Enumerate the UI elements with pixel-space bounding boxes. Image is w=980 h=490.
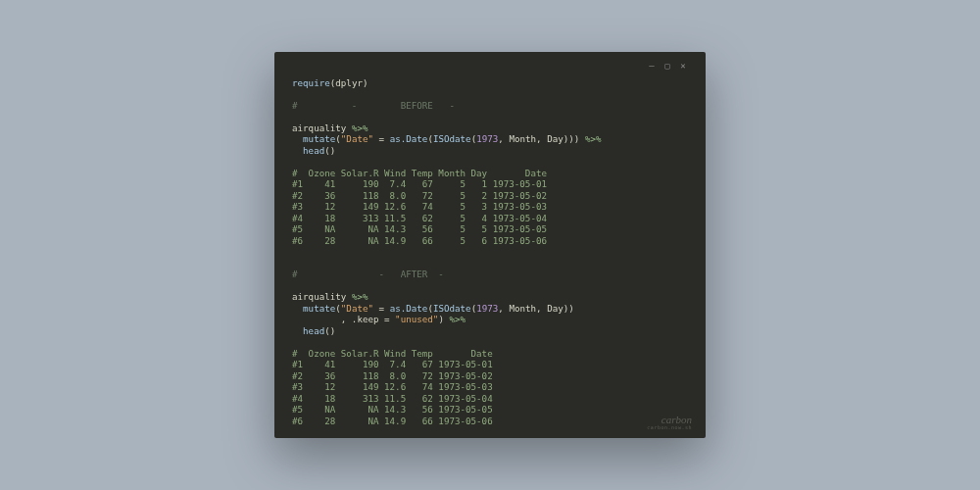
comment-before: # - BEFORE - bbox=[292, 100, 455, 111]
ident-airquality: airquality bbox=[292, 122, 346, 133]
watermark-sub: carbon.now.sh bbox=[647, 425, 692, 430]
num-year: 1973 bbox=[476, 303, 498, 314]
output-row: #4 18 313 11.5 62 1973-05-04 bbox=[292, 393, 493, 404]
code-window: — ▢ ✕ require(dplyr) # - BEFORE - airqua… bbox=[274, 52, 706, 439]
fn-head: head bbox=[303, 325, 324, 336]
num-year: 1973 bbox=[476, 133, 498, 144]
string-date: "Date" bbox=[341, 133, 373, 144]
output-header-before: # Ozone Solar.R Wind Temp Month Day Date bbox=[292, 168, 547, 178]
package-name: dplyr bbox=[335, 77, 363, 88]
keyword-require: require bbox=[292, 77, 330, 88]
pipe-op: %>% bbox=[352, 122, 368, 133]
output-row: #5 NA NA 14.3 56 1973-05-05 bbox=[292, 404, 493, 415]
fn-mutate: mutate bbox=[303, 133, 335, 144]
output-row: #1 41 190 7.4 67 1973-05-01 bbox=[292, 359, 493, 369]
fn-mutate: mutate bbox=[303, 303, 335, 314]
output-row: #4 18 313 11.5 62 5 4 1973-05-04 bbox=[292, 213, 547, 223]
code-block: require(dplyr) # - BEFORE - airquality %… bbox=[292, 77, 688, 427]
output-row: #1 41 190 7.4 67 5 1 1973-05-01 bbox=[292, 178, 547, 189]
string-unused: "unused" bbox=[395, 314, 438, 324]
output-row: #5 NA NA 14.3 56 5 5 1973-05-05 bbox=[292, 223, 547, 234]
pipe-op: %>% bbox=[449, 314, 466, 324]
output-row: #2 36 118 8.0 72 5 2 1973-05-02 bbox=[292, 190, 547, 201]
output-row: #2 36 118 8.0 72 1973-05-02 bbox=[292, 370, 493, 381]
minimize-button[interactable]: — bbox=[647, 62, 657, 72]
fn-head: head bbox=[303, 145, 324, 156]
fn-asdate: as.Date bbox=[390, 303, 428, 314]
ident-airquality: airquality bbox=[292, 291, 346, 302]
pipe-op: %>% bbox=[585, 133, 602, 144]
window-titlebar: — ▢ ✕ bbox=[292, 62, 688, 72]
output-row: #3 12 149 12.6 74 1973-05-03 bbox=[292, 381, 493, 392]
output-row: #6 28 NA 14.9 66 1973-05-06 bbox=[292, 416, 493, 426]
maximize-button[interactable]: ▢ bbox=[662, 62, 672, 72]
fn-isodate: ISOdate bbox=[433, 303, 471, 314]
close-button[interactable]: ✕ bbox=[678, 62, 688, 72]
fn-isodate: ISOdate bbox=[433, 133, 471, 144]
output-row: #3 12 149 12.6 74 5 3 1973-05-03 bbox=[292, 201, 547, 212]
carbon-watermark: carbon carbon.now.sh bbox=[647, 415, 692, 430]
string-date: "Date" bbox=[341, 303, 373, 314]
output-header-after: # Ozone Solar.R Wind Temp Date bbox=[292, 348, 493, 359]
comment-after: # - AFTER - bbox=[292, 269, 444, 279]
fn-asdate: as.Date bbox=[390, 133, 428, 144]
output-row: #6 28 NA 14.9 66 5 6 1973-05-06 bbox=[292, 235, 547, 246]
pipe-op: %>% bbox=[352, 291, 368, 302]
